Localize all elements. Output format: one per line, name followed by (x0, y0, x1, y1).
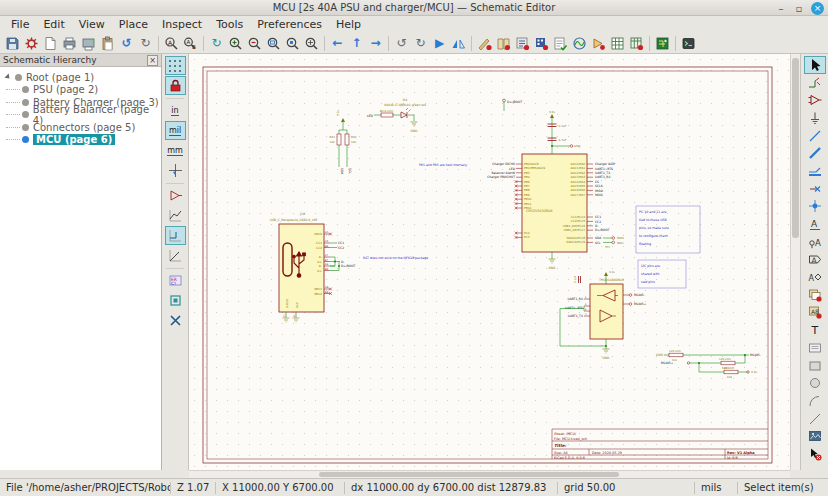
menu-view[interactable]: View (72, 16, 112, 33)
simulator-icon[interactable] (570, 34, 589, 52)
horizontal-scrollbar[interactable] (189, 470, 790, 478)
zoom-selection-icon[interactable] (302, 34, 321, 52)
new-sheet-icon[interactable] (41, 34, 60, 52)
svg-text:GND: GND (656, 353, 664, 357)
menu-edit[interactable]: Edit (36, 16, 71, 33)
menu-help[interactable]: Help (329, 16, 368, 33)
no-connect-tool[interactable] (804, 180, 826, 198)
highlight-net-tool[interactable] (804, 74, 826, 92)
erc-markers-icon[interactable]: ERC! (165, 271, 186, 290)
wire-to-bus-tool[interactable] (804, 162, 826, 180)
menu-preferences[interactable]: Preferences (250, 16, 329, 33)
image-tool[interactable] (804, 427, 826, 445)
text-tool[interactable]: T (804, 321, 826, 339)
minimize-button[interactable]: – (775, 3, 787, 14)
rotate-ccw-icon[interactable]: ↺ (392, 34, 411, 52)
find-icon[interactable]: A (162, 34, 181, 52)
menu-place[interactable]: Place (112, 16, 155, 33)
nav-forward-icon[interactable]: → (366, 34, 385, 52)
unit-mm-button[interactable]: mm (165, 141, 186, 160)
vertical-scrollbar[interactable] (790, 54, 800, 470)
enter-sheet-icon[interactable]: ▶ (430, 34, 449, 52)
close-button[interactable]: × (811, 2, 824, 15)
vertical-scrollbar-thumb[interactable] (792, 58, 799, 238)
status-action-hint: Select item(s) (738, 482, 828, 493)
annotate-icon[interactable] (475, 34, 494, 52)
cursor-shape-icon[interactable] (165, 161, 186, 180)
deg45-wire-icon[interactable] (165, 246, 186, 265)
circle-tool[interactable] (804, 374, 826, 392)
wire-tool[interactable] (804, 127, 826, 145)
cross-probe-icon[interactable] (165, 311, 186, 330)
grid-override-lock-icon[interactable] (165, 76, 186, 95)
menu-tools[interactable]: Tools (209, 16, 250, 33)
bom-table-icon[interactable] (608, 34, 627, 52)
show-hidden-pins-icon[interactable] (165, 186, 186, 205)
hierarchy-close-icon[interactable]: × (147, 55, 158, 66)
mirror-icon[interactable] (449, 34, 468, 52)
console-icon[interactable] (679, 34, 698, 52)
textbox-tool[interactable] (804, 339, 826, 357)
tree-item-root[interactable]: Root (page 1) (0, 71, 161, 84)
unit-inches-button[interactable]: in (165, 101, 186, 120)
zoom-in-icon[interactable] (226, 34, 245, 52)
schematic-setup-icon[interactable] (22, 34, 41, 52)
sheet-pin-tool[interactable]: A8 (804, 304, 826, 322)
zoom-objects-icon[interactable] (283, 34, 302, 52)
place-symbol-tool[interactable] (804, 91, 826, 109)
expand-arrow-icon[interactable] (4, 74, 11, 81)
hier-label-tool[interactable]: A (804, 251, 826, 269)
svg-text:120 ohm: 120 ohm (722, 366, 734, 370)
unit-mils-button[interactable]: mil (165, 121, 186, 140)
svg-text:SWCLK/PC19: SWCLK/PC19 (566, 240, 585, 244)
menu-inspect[interactable]: Inspect (155, 16, 209, 33)
erc-icon[interactable] (494, 34, 513, 52)
status-file: File '/home/asher/PROJECTS/Robots & Flyi… (0, 482, 170, 493)
delete-tool[interactable] (804, 445, 826, 463)
refresh-icon[interactable]: ↻ (207, 34, 226, 52)
net-class-directive-tool[interactable]: A (804, 268, 826, 286)
place-power-tool[interactable] (804, 109, 826, 127)
save-icon[interactable] (3, 34, 22, 52)
paste-icon[interactable] (98, 34, 117, 52)
ortho-wire-icon[interactable] (165, 226, 186, 245)
nav-back-icon[interactable]: ← (328, 34, 347, 52)
tree-item-battery-balancer[interactable]: Battery Balancer (page 4) (0, 109, 161, 122)
update-symbols-icon[interactable] (513, 34, 532, 52)
arc-tool[interactable] (804, 392, 826, 410)
bus-tool[interactable] (804, 144, 826, 162)
free-angle-wire-icon[interactable] (165, 206, 186, 225)
menu-file[interactable]: File (4, 16, 36, 33)
select-tool[interactable] (804, 56, 826, 74)
svg-text:0402b LT QBRL01 green led: 0402b LT QBRL01 green led (384, 103, 426, 107)
tune-opamp-icon[interactable] (589, 34, 608, 52)
nav-up-icon[interactable]: ↑ (347, 34, 366, 52)
pcb-editor-icon[interactable] (653, 34, 672, 52)
tree-item-psu[interactable]: PSU (page 2) (0, 84, 161, 97)
horizontal-scrollbar-thumb[interactable] (319, 472, 619, 477)
svg-text:to configure them: to configure them (639, 234, 668, 238)
tree-item-mcu[interactable]: MCU (page 6) (0, 134, 161, 147)
global-label-tool[interactable]: A (804, 233, 826, 251)
grid-toggle-icon[interactable] (165, 56, 186, 75)
find-replace-icon[interactable]: AB (181, 34, 200, 52)
schematic-canvas[interactable]: D+/BOOT 3.3v R21 10k R20 10k SDA SCL D4 (189, 54, 790, 470)
svg-text:120 ohm: 120 ohm (669, 349, 681, 353)
export-bom-icon[interactable] (627, 34, 646, 52)
maximize-button[interactable]: ▫ (793, 3, 805, 14)
undo-icon[interactable]: ↺ (117, 34, 136, 52)
net-label-tool[interactable]: A (804, 215, 826, 233)
check-symbols-icon[interactable] (551, 34, 570, 52)
line-tool[interactable] (804, 410, 826, 428)
rotate-cw-icon[interactable]: ↻ (411, 34, 430, 52)
hier-sheet-tool[interactable] (804, 286, 826, 304)
symbol-fields-icon[interactable] (532, 34, 551, 52)
redo-icon[interactable]: ↻ (136, 34, 155, 52)
zoom-fit-icon[interactable] (264, 34, 283, 52)
rectangle-tool[interactable] (804, 357, 826, 375)
annotate-auto-icon[interactable] (165, 291, 186, 310)
junction-tool[interactable] (804, 198, 826, 216)
plot-icon[interactable] (79, 34, 98, 52)
zoom-out-icon[interactable] (245, 34, 264, 52)
print-icon[interactable] (60, 34, 79, 52)
